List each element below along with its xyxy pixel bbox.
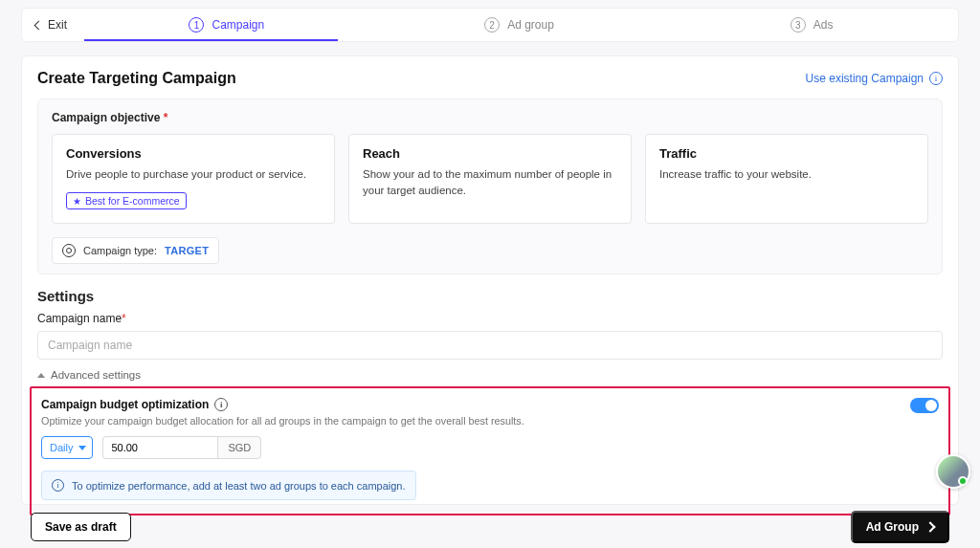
cbo-desc: Optimize your campaign budget allocation…	[41, 415, 524, 427]
card-title: Traffic	[659, 146, 914, 161]
campaign-objective-section: Campaign objective * Conversions Drive p…	[37, 99, 943, 274]
settings-heading: Settings	[37, 288, 943, 304]
budget-period-value: Daily	[50, 442, 73, 453]
advanced-settings-label: Advanced settings	[51, 369, 141, 381]
target-icon	[62, 244, 76, 257]
campaign-name-label-text: Campaign name	[37, 312, 122, 325]
budget-inputs: Daily SGD	[41, 436, 939, 459]
use-existing-label: Use existing Campaign	[806, 72, 924, 85]
exit-button[interactable]: Exit	[22, 9, 80, 41]
budget-period-select[interactable]: Daily	[41, 436, 93, 459]
badge-text: Best for E-commerce	[85, 195, 180, 207]
page-title: Create Targeting Campaign	[37, 70, 236, 87]
required-star-icon: *	[164, 111, 168, 124]
chevron-up-icon	[37, 373, 45, 378]
budget-amount-input[interactable]	[102, 436, 217, 459]
required-star-icon: *	[122, 312, 126, 325]
objective-card-conversions[interactable]: Conversions Drive people to purchase you…	[52, 134, 335, 224]
budget-currency-label: SGD	[217, 436, 261, 459]
advanced-settings-toggle[interactable]: Advanced settings	[37, 369, 943, 381]
cbo-tip: i To optimize performance, add at least …	[41, 471, 416, 500]
wizard-top-bar: Exit 1 Campaign 2 Ad group 3 Ads	[21, 8, 959, 42]
info-icon: i	[929, 72, 943, 85]
cbo-header-row: Campaign budget optimization i Optimize …	[41, 398, 939, 427]
cbo-title-text: Campaign budget optimization	[41, 398, 209, 411]
card-desc: Show your ad to the maximum number of pe…	[363, 166, 617, 200]
card-title: Conversions	[66, 146, 321, 161]
campaign-name-label: Campaign name*	[37, 312, 943, 325]
step-campaign[interactable]: 1 Campaign	[80, 9, 373, 41]
use-existing-campaign-link[interactable]: Use existing Campaign i	[806, 72, 943, 85]
campaign-name-input[interactable]	[37, 331, 943, 360]
support-avatar[interactable]	[936, 454, 970, 489]
budget-amount-group: SGD	[102, 436, 261, 459]
info-icon[interactable]: i	[214, 398, 228, 411]
card-desc: Increase traffic to your website.	[659, 166, 914, 183]
info-icon: i	[52, 479, 64, 492]
card-title: Reach	[363, 146, 617, 161]
step-number-icon: 2	[484, 17, 500, 33]
card-desc: Drive people to purchase your product or…	[66, 166, 321, 183]
campaign-type-label: Campaign type:	[83, 245, 157, 256]
objective-cards: Conversions Drive people to purchase you…	[52, 134, 928, 224]
cbo-tip-text: To optimize performance, add at least tw…	[72, 480, 406, 492]
campaign-type-value: TARGET	[165, 245, 209, 256]
star-icon: ★	[73, 196, 81, 207]
online-status-dot	[958, 476, 968, 486]
best-for-ecommerce-badge: ★ Best for E-commerce	[66, 192, 187, 209]
exit-label: Exit	[48, 18, 67, 32]
step-label: Ads	[813, 18, 834, 32]
step-label: Campaign	[212, 18, 264, 32]
wizard-steps: 1 Campaign 2 Ad group 3 Ads	[80, 9, 958, 41]
objective-card-reach[interactable]: Reach Show your ad to the maximum number…	[348, 134, 632, 224]
budget-optimization-panel: Campaign budget optimization i Optimize …	[30, 386, 950, 515]
step-number-icon: 1	[189, 17, 204, 33]
arrow-left-icon	[34, 20, 44, 30]
footer-bar: Save as draft Ad Group	[0, 506, 980, 548]
page-header: Create Targeting Campaign Use existing C…	[22, 70, 958, 99]
cbo-toggle[interactable]	[910, 398, 939, 413]
next-button-label: Ad Group	[866, 520, 919, 534]
cbo-title: Campaign budget optimization i	[41, 398, 524, 411]
active-step-underline	[84, 39, 338, 41]
objective-label: Campaign objective *	[52, 111, 928, 124]
step-ads[interactable]: 3 Ads	[665, 9, 958, 41]
campaign-type-chip: Campaign type: TARGET	[52, 237, 219, 264]
step-ad-group[interactable]: 2 Ad group	[373, 9, 666, 41]
next-ad-group-button[interactable]: Ad Group	[851, 511, 949, 543]
objective-label-text: Campaign objective	[52, 111, 160, 124]
step-label: Ad group	[507, 18, 554, 32]
page-card: Create Targeting Campaign Use existing C…	[21, 55, 959, 505]
save-draft-button[interactable]: Save as draft	[31, 513, 131, 541]
arrow-right-icon	[924, 521, 935, 532]
objective-card-traffic[interactable]: Traffic Increase traffic to your website…	[645, 134, 928, 224]
step-number-icon: 3	[791, 17, 806, 33]
